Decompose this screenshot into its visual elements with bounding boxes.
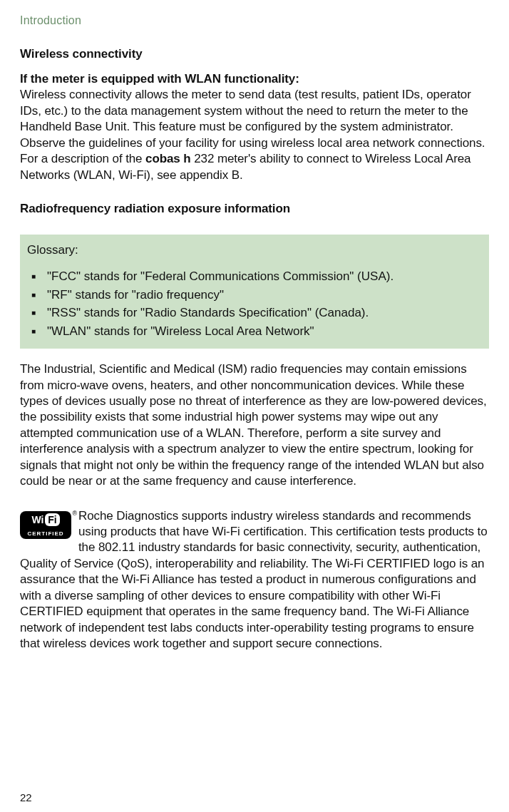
glossary-title: Glossary:	[27, 243, 482, 257]
wifi-logo-wi-text: Wi	[31, 513, 43, 526]
chapter-header: Introduction	[20, 14, 489, 27]
wifi-certified-text: CERTIFIED	[20, 529, 71, 539]
glossary-item-rss: "RSS" stands for "Radio Standards Specif…	[27, 304, 482, 322]
glossary-item-wlan: "WLAN" stands for "Wireless Local Area N…	[27, 322, 482, 341]
glossary-list: "FCC" stands for "Federal Communications…	[27, 267, 482, 340]
document-page: Introduction Wireless connectivity If th…	[0, 0, 509, 812]
wireless-paragraph: If the meter is equipped with WLAN funct…	[20, 71, 489, 183]
wifi-registered-icon: ®	[72, 510, 77, 518]
glossary-item-rf: "RF" stands for "radio frequency"	[27, 286, 482, 304]
roche-paragraph: WiFi ® CERTIFIED Roche Diagnostics suppo…	[20, 508, 489, 652]
wifi-logo-top: WiFi ®	[20, 511, 71, 529]
wireless-lead-bold: If the meter is equipped with WLAN funct…	[20, 72, 299, 86]
section-wireless-title: Wireless connectivity	[20, 47, 489, 61]
wifi-certified-logo: WiFi ® CERTIFIED	[20, 511, 71, 547]
ism-paragraph: The Industrial, Scientific and Medical (…	[20, 361, 489, 490]
glossary-item-fcc: "FCC" stands for "Federal Communications…	[27, 267, 482, 286]
glossary-box: Glossary: "FCC" stands for "Federal Comm…	[20, 235, 489, 349]
page-number: 22	[20, 791, 32, 803]
section-rf-title: Radiofrequency radiation exposure inform…	[20, 202, 489, 216]
roche-body-text: Roche Diagnostics supports industry wire…	[20, 509, 488, 651]
wifi-logo-fi-text: Fi	[45, 513, 59, 526]
product-number: 232	[191, 152, 217, 165]
product-name-bold: cobas h	[145, 152, 191, 165]
